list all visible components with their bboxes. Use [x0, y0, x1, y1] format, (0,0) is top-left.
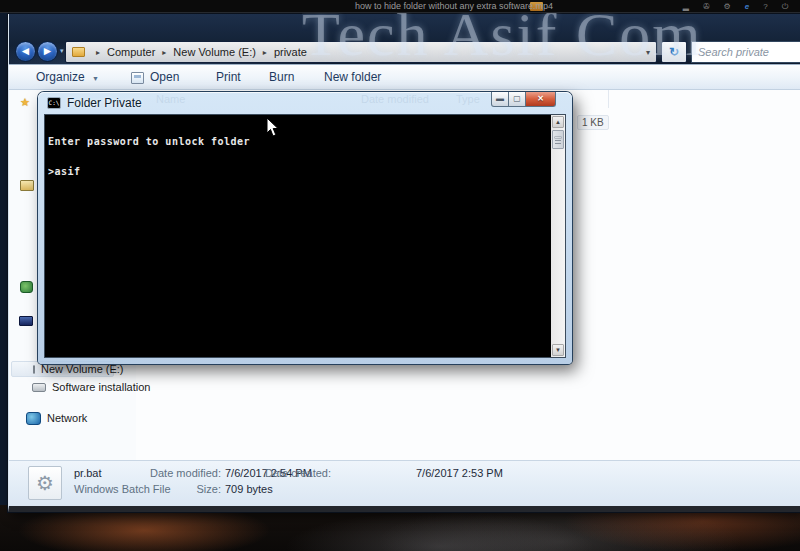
cmd-console[interactable]: Enter password to unlock folder >asif ▲ …	[44, 114, 566, 358]
network-icon	[26, 412, 41, 425]
video-title: how to hide folder without any extra sof…	[355, 1, 553, 11]
cmd-caption-buttons: ▬ ▢ ✕	[491, 92, 556, 107]
breadcrumb-computer[interactable]: Computer	[107, 46, 155, 58]
sidebar-item-network[interactable]: Network	[26, 409, 87, 427]
organize-button[interactable]: Organize ▼	[36, 70, 99, 84]
console-line-prompt: Enter password to unlock folder	[48, 137, 549, 147]
power-icon[interactable]: ⏻	[782, 0, 788, 13]
size-label: Size:	[141, 483, 221, 495]
breadcrumb-new-volume[interactable]: New Volume (E:)	[173, 46, 256, 58]
batch-file-icon: ⚙	[28, 466, 62, 500]
cmd-window-title: Folder Private	[67, 96, 142, 110]
refresh-button[interactable]: ↻	[661, 41, 687, 63]
back-button[interactable]: ◄	[15, 41, 36, 62]
homegroup-icon[interactable]	[20, 281, 33, 293]
computer-icon[interactable]	[19, 316, 33, 326]
scroll-thumb[interactable]	[552, 130, 564, 149]
scroll-down-icon[interactable]: ▼	[552, 344, 564, 356]
breadcrumb-separator-icon[interactable]: ▸	[256, 48, 274, 57]
sidebar-item-label: New Volume (E:)	[41, 363, 124, 375]
mouse-cursor-icon	[266, 117, 280, 137]
cmd-prompt-icon: C:\	[47, 97, 61, 109]
search-input[interactable]	[691, 41, 800, 63]
maximize-button[interactable]: ▢	[509, 92, 526, 107]
sidebar-item-software-installation[interactable]: Software installation	[32, 379, 150, 395]
open-icon	[131, 72, 144, 84]
print-button[interactable]: Print	[216, 70, 241, 84]
details-pane: ⚙ pr.bat Windows Batch File Date modifie…	[9, 460, 800, 506]
command-toolbar: Organize ▼ Open Print Burn New folder	[9, 64, 800, 90]
date-created-value: 7/6/2017 2:53 PM	[416, 467, 503, 479]
chevron-down-icon: ▼	[92, 75, 99, 82]
column-separator[interactable]	[608, 90, 609, 108]
favorites-star-icon[interactable]: ★	[20, 96, 30, 109]
date-created-label: Date created:	[251, 467, 331, 479]
organize-label: Organize	[36, 70, 85, 84]
browser-icon[interactable]: e	[745, 0, 749, 13]
breadcrumb-separator-icon[interactable]: ▸	[155, 48, 173, 57]
new-folder-button[interactable]: New folder	[324, 70, 381, 84]
minimize-button[interactable]: ▬	[491, 92, 509, 107]
details-file-name: pr.bat	[74, 467, 102, 479]
address-bar[interactable]: ▸ Computer ▸ New Volume (E:) ▸ private ▾	[65, 41, 657, 63]
video-player-bar: how to hide folder without any extra sof…	[0, 0, 800, 13]
libraries-icon[interactable]	[20, 180, 34, 191]
breadcrumb-separator-icon[interactable]: ▸	[89, 48, 107, 57]
file-size-cell: 1 KB	[577, 115, 609, 130]
open-button[interactable]: Open	[150, 70, 179, 84]
cmd-window: C:\ Folder Private ▬ ▢ ✕ Enter password …	[38, 92, 572, 364]
folder-icon	[72, 47, 85, 57]
breadcrumb-private[interactable]: private	[274, 46, 307, 58]
cmd-scrollbar[interactable]: ▲ ▼	[551, 115, 565, 357]
date-modified-label: Date modified:	[141, 467, 221, 479]
minimize-icon[interactable]: ▂	[683, 0, 689, 13]
forward-button[interactable]: ►	[37, 41, 58, 62]
help-icon[interactable]: ?	[763, 0, 767, 13]
sidebar-item-label: Software installation	[52, 381, 150, 393]
console-line-input: >asif	[48, 167, 549, 177]
burn-button[interactable]: Burn	[269, 70, 294, 84]
gear-icon[interactable]: ⚙	[724, 0, 731, 13]
sidebar-item-label: Network	[47, 412, 87, 424]
close-button[interactable]: ✕	[526, 92, 556, 107]
drive-icon	[32, 383, 46, 392]
history-dropdown-icon[interactable]: ▾	[60, 47, 64, 55]
size-value: 709 bytes	[225, 483, 273, 495]
capture-icon[interactable]: ✇	[703, 0, 710, 13]
drive-icon	[33, 365, 35, 374]
scroll-up-icon[interactable]: ▲	[552, 116, 564, 128]
address-dropdown-icon[interactable]: ▾	[646, 48, 650, 57]
